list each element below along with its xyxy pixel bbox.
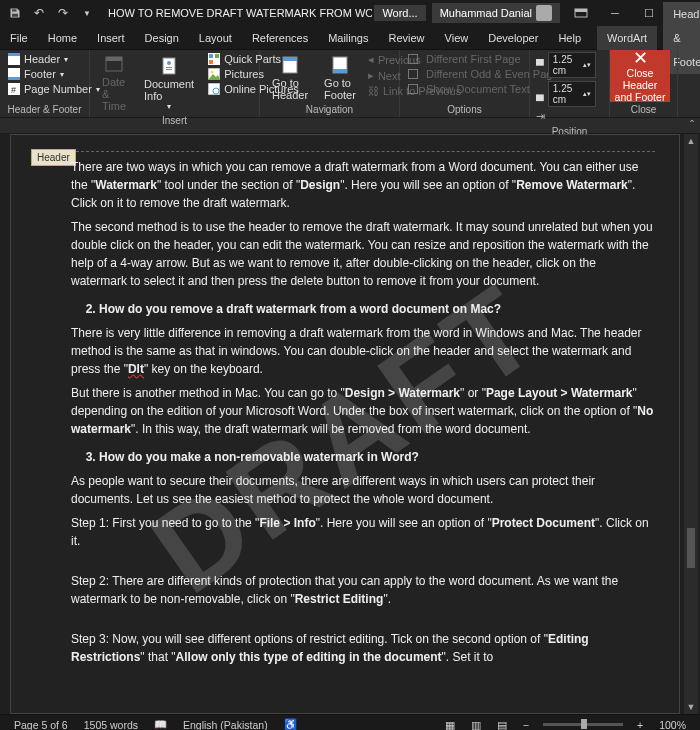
- context-wordart[interactable]: WordArt: [597, 26, 657, 50]
- menu-view[interactable]: View: [435, 26, 479, 50]
- footer-bottom-input[interactable]: 1.25 cm▴▾: [548, 81, 596, 107]
- header-top-input[interactable]: 1.25 cm▴▾: [548, 52, 596, 78]
- status-spellcheck-icon[interactable]: 📖: [146, 718, 175, 730]
- checkbox-icon: [408, 84, 418, 94]
- maximize-button[interactable]: ☐: [632, 0, 666, 26]
- svg-point-21: [211, 71, 214, 74]
- checkbox-icon: [408, 54, 418, 64]
- svg-rect-5: [8, 53, 20, 56]
- undo-button[interactable]: ↶: [28, 2, 50, 24]
- header-top-icon: ▀: [536, 59, 544, 71]
- header-dropdown[interactable]: Header ▾: [6, 52, 102, 66]
- menu-mailings[interactable]: Mailings: [318, 26, 378, 50]
- svg-rect-17: [209, 54, 213, 58]
- svg-rect-7: [8, 77, 20, 80]
- status-accessibility-icon[interactable]: ♿: [276, 718, 305, 730]
- go-to-footer-button[interactable]: Go to Footer: [318, 52, 362, 103]
- vertical-scrollbar[interactable]: ▲ ▼: [684, 134, 698, 714]
- svg-rect-14: [166, 67, 172, 68]
- qat-dropdown[interactable]: ▼: [76, 2, 98, 24]
- svg-rect-15: [166, 69, 172, 70]
- zoom-in-button[interactable]: +: [629, 719, 651, 731]
- scroll-up-icon[interactable]: ▲: [684, 134, 698, 148]
- svg-rect-1: [12, 14, 18, 17]
- footer-bottom-icon: ▄: [536, 88, 544, 100]
- menu-layout[interactable]: Layout: [189, 26, 242, 50]
- page-number-label: Page Number: [24, 83, 92, 95]
- menu-developer[interactable]: Developer: [478, 26, 548, 50]
- svg-rect-11: [106, 57, 122, 61]
- align-tab-icon: ⇥: [536, 110, 545, 123]
- collapse-ribbon-icon[interactable]: ˆ: [690, 119, 694, 133]
- date-time-button: Date & Time: [96, 52, 132, 114]
- window-title: HOW TO REMOVE DRAFT WATERMARK FROM WORD …: [102, 7, 372, 19]
- menu-insert[interactable]: Insert: [87, 26, 135, 50]
- account-name[interactable]: Muhammad Danial: [432, 3, 560, 23]
- svg-rect-0: [12, 9, 17, 11]
- scroll-down-icon[interactable]: ▼: [684, 700, 698, 714]
- link-icon: ⛓: [368, 85, 379, 97]
- view-read-mode-icon[interactable]: ▦: [437, 719, 463, 731]
- heading-q2: How do you remove a draft watermark from…: [99, 300, 655, 318]
- svg-rect-18: [215, 54, 219, 58]
- status-language[interactable]: English (Pakistan): [175, 719, 276, 731]
- close-header-footer-button[interactable]: ✕ Close Header and Footer: [610, 50, 670, 102]
- group-insert: Insert: [96, 114, 253, 128]
- heading-q3: How do you make a non-removable watermar…: [99, 448, 655, 466]
- svg-point-13: [167, 61, 171, 65]
- save-button[interactable]: [4, 2, 26, 24]
- svg-rect-12: [163, 58, 175, 74]
- avatar-icon: [536, 5, 552, 21]
- view-print-layout-icon[interactable]: ▥: [463, 719, 489, 731]
- go-to-header-button[interactable]: Go to Header: [266, 52, 314, 103]
- user-label: Muhammad Danial: [440, 7, 532, 19]
- status-page[interactable]: Page 5 of 6: [6, 719, 76, 731]
- page-number-dropdown[interactable]: #Page Number ▾: [6, 82, 102, 96]
- prev-icon: ◂: [368, 53, 374, 66]
- zoom-slider[interactable]: [543, 723, 623, 726]
- menu-references[interactable]: References: [242, 26, 318, 50]
- zoom-level[interactable]: 100%: [651, 719, 694, 731]
- zoom-out-button[interactable]: −: [515, 719, 537, 731]
- header-section-tag: Header: [31, 149, 76, 166]
- redo-button[interactable]: ↷: [52, 2, 74, 24]
- menu-help[interactable]: Help: [548, 26, 591, 50]
- view-web-layout-icon[interactable]: ▤: [489, 719, 515, 731]
- next-icon: ▸: [368, 69, 374, 82]
- group-navigation: Navigation: [266, 103, 393, 117]
- document-body[interactable]: There are two ways in which you can remo…: [71, 158, 655, 666]
- svg-text:#: #: [11, 85, 16, 95]
- svg-rect-3: [575, 9, 587, 12]
- minimize-button[interactable]: ─: [598, 0, 632, 26]
- document-info-button[interactable]: Document Info▾: [138, 52, 200, 114]
- checkbox-icon: [408, 69, 418, 79]
- ribbon-display-button[interactable]: [564, 0, 598, 26]
- footer-dropdown[interactable]: Footer ▾: [6, 67, 102, 81]
- menu-design[interactable]: Design: [135, 26, 189, 50]
- svg-rect-19: [209, 60, 213, 64]
- other-window-tab[interactable]: Word...: [374, 5, 425, 21]
- close-icon: ✕: [633, 49, 648, 67]
- status-words[interactable]: 1505 words: [76, 719, 146, 731]
- menu-review[interactable]: Review: [379, 26, 435, 50]
- menu-home[interactable]: Home: [38, 26, 87, 50]
- header-label: Header: [24, 53, 60, 65]
- group-options: Options: [406, 103, 523, 117]
- svg-rect-27: [333, 69, 347, 73]
- footer-label: Footer: [24, 68, 56, 80]
- menu-file[interactable]: File: [0, 26, 38, 50]
- group-close: Close: [610, 103, 677, 117]
- group-header-footer: Header & Footer: [6, 103, 83, 117]
- svg-rect-25: [283, 57, 297, 61]
